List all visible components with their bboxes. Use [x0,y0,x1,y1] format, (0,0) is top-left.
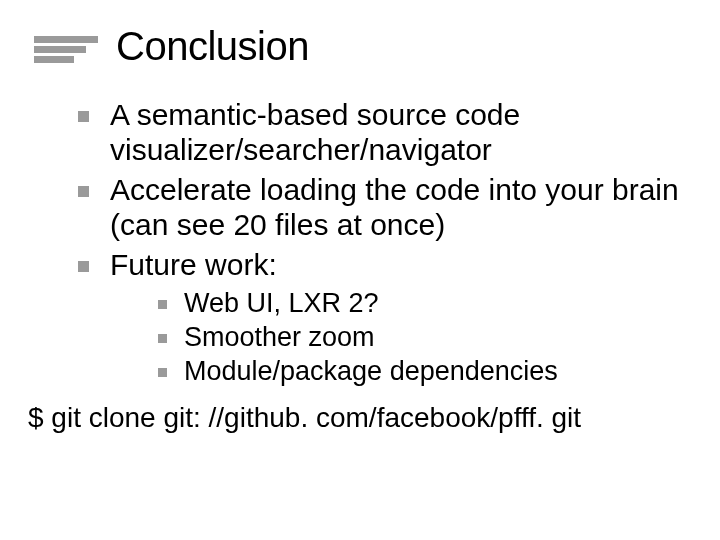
list-item: Smoother zoom [154,322,690,354]
bullet-text: Future work: [110,248,277,281]
list-item: Web UI, LXR 2? [154,288,690,320]
bullet-text: Accelerate loading the code into your br… [110,173,679,241]
list-item: A semantic-based source code visualizer/… [74,97,690,168]
list-item: Accelerate loading the code into your br… [74,172,690,243]
slide-body: A semantic-based source code visualizer/… [0,69,720,388]
title-row: Conclusion [0,0,720,69]
list-item: Future work: Web UI, LXR 2? Smoother zoo… [74,247,690,388]
slide: Conclusion A semantic-based source code … [0,0,720,540]
sub-bullet-list: Web UI, LXR 2? Smoother zoom Module/pack… [110,288,690,388]
title-decoration-icon [34,36,98,63]
slide-title: Conclusion [116,24,309,69]
bullet-text: A semantic-based source code visualizer/… [110,98,520,166]
list-item: Module/package dependencies [154,356,690,388]
bullet-text: Smoother zoom [184,322,375,352]
command-line: $ git clone git: //github. com/facebook/… [0,392,720,434]
bullet-text: Web UI, LXR 2? [184,288,379,318]
bullet-text: Module/package dependencies [184,356,558,386]
bullet-list: A semantic-based source code visualizer/… [74,97,690,388]
